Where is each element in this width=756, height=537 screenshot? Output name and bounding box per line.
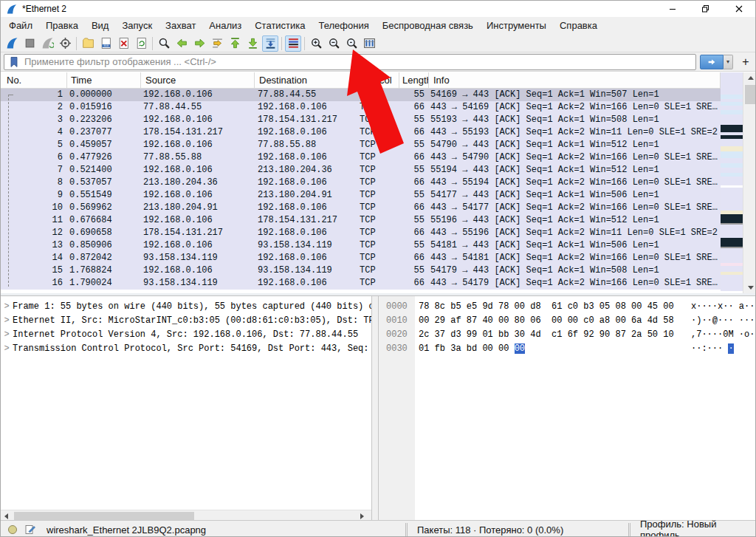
column-header-length[interactable]: Length — [399, 72, 429, 88]
expander-icon[interactable]: > — [1, 342, 13, 356]
packet-row[interactable]: 90.551549192.168.0.106213.180.204.91TCP5… — [1, 189, 756, 202]
minimize-button[interactable] — [656, 1, 689, 17]
packet-row[interactable]: 20.01591677.88.44.55192.168.0.106TCP6644… — [1, 101, 756, 114]
detail-line[interactable]: >Ethernet II, Src: MicroStarINT_c0:b3:05… — [1, 314, 371, 328]
open-file-button[interactable] — [80, 35, 96, 52]
close-file-icon — [117, 37, 130, 49]
scroll-right-arrow[interactable] — [357, 510, 368, 521]
zoom-in-button[interactable] — [308, 35, 324, 52]
go-last-packet-button[interactable] — [244, 35, 261, 52]
menu-item[interactable]: Беспроводная связь — [376, 17, 480, 35]
close-file-button[interactable] — [115, 35, 131, 52]
column-header-time[interactable]: Time — [67, 72, 141, 88]
display-filter-field[interactable] — [4, 54, 696, 70]
scroll-thumb[interactable] — [745, 85, 756, 104]
packet-row[interactable]: 70.521400192.168.0.106213.180.204.36TCP5… — [1, 164, 756, 177]
detail-line[interactable]: >Transmission Control Protocol, Src Port… — [1, 342, 371, 356]
column-header-destination[interactable]: Destination — [255, 72, 354, 88]
vertical-splitter[interactable] — [373, 296, 378, 521]
packet-minimap[interactable] — [721, 72, 743, 293]
packet-cell-len: 66 — [399, 126, 429, 139]
menu-item[interactable]: Файл — [2, 17, 39, 35]
menu-item[interactable]: Анализ — [202, 17, 248, 35]
packet-cell-info: 54181 → 443 [ACK] Seq=1 Ack=1 Win=506 Le… — [429, 239, 721, 252]
menu-item[interactable]: Вид — [85, 17, 116, 35]
display-filter-input[interactable] — [24, 55, 695, 69]
filter-dropdown-caret[interactable]: ▾ — [724, 55, 733, 69]
restore-button[interactable] — [689, 1, 722, 17]
packet-row[interactable]: 50.459057192.168.0.10677.88.55.88TCP5554… — [1, 139, 756, 151]
profile-status[interactable]: Профиль: Новый профиль — [640, 521, 756, 537]
column-header-no[interactable]: No. — [1, 72, 67, 88]
packet-row[interactable]: 161.79002493.158.134.119192.168.0.106TCP… — [1, 277, 756, 290]
packet-row[interactable]: 130.850906192.168.0.10693.158.134.119TCP… — [1, 239, 756, 252]
column-header-source[interactable]: Source — [141, 72, 255, 88]
resize-columns-button[interactable] — [361, 35, 377, 52]
menu-item[interactable]: Телефония — [312, 17, 376, 35]
packet-cell-no: 14 — [1, 252, 67, 264]
apply-filter-button[interactable] — [700, 55, 724, 69]
expander-icon[interactable]: > — [1, 300, 13, 314]
restart-capture-button[interactable] — [39, 35, 55, 52]
h-scroll-thumb[interactable] — [14, 512, 194, 520]
packet-row[interactable]: 120.690658178.154.131.217192.168.0.106TC… — [1, 227, 756, 239]
packet-row[interactable]: 140.87204293.158.134.119192.168.0.106TCP… — [1, 252, 756, 264]
add-filter-button[interactable]: + — [739, 55, 752, 69]
detail-line[interactable]: >Internet Protocol Version 4, Src: 192.1… — [1, 328, 371, 342]
column-header-protocol[interactable]: Protocol — [354, 72, 399, 88]
colorize-packets-button[interactable] — [285, 35, 301, 52]
menu-item[interactable]: Запуск — [115, 17, 159, 35]
packet-cell-info: 443 → 55194 [ACK] Seq=1 Ack=2 Win=166 Le… — [429, 177, 721, 189]
packet-row[interactable]: 40.237077178.154.131.217192.168.0.106TCP… — [1, 126, 756, 139]
menu-item[interactable]: Захват — [159, 17, 202, 35]
scroll-up-arrow[interactable] — [743, 72, 756, 83]
go-forward-button[interactable] — [191, 35, 207, 52]
stop-capture-button[interactable] — [21, 35, 38, 52]
expert-info-button[interactable] — [7, 521, 18, 537]
auto-scroll-button[interactable] — [262, 35, 278, 52]
hex-row[interactable]: 00202c 37 d3 99 01 bb 30 4d c1 6f 92 90 … — [379, 328, 756, 342]
packet-row[interactable]: 110.676684192.168.0.106178.154.131.217TC… — [1, 214, 756, 227]
packet-row[interactable]: 151.768824192.168.0.10693.158.134.119TCP… — [1, 264, 756, 277]
go-back-button[interactable] — [173, 35, 190, 52]
hex-row[interactable]: 001000 29 af 87 40 00 80 06 00 00 c0 a8 … — [379, 314, 756, 328]
scroll-left-arrow[interactable] — [1, 510, 12, 521]
menu-item[interactable]: Статистика — [248, 17, 312, 35]
zoom-out-button[interactable] — [326, 35, 342, 52]
find-packet-button[interactable] — [156, 35, 172, 52]
bookmark-icon[interactable] — [9, 56, 19, 68]
menu-item[interactable]: Справка — [553, 17, 604, 35]
packet-cell-dst: 178.154.131.217 — [255, 114, 354, 126]
packet-row[interactable]: 100.569962213.180.204.91192.168.0.106TCP… — [1, 202, 756, 214]
packet-cell-info: 443 → 55193 [ACK] Seq=1 Ack=2 Win=11 Len… — [429, 126, 721, 139]
capture-comment-button[interactable] — [24, 521, 36, 537]
ascii-selected-char[interactable]: · — [728, 343, 733, 354]
packet-cell-src: 213.180.204.36 — [141, 177, 255, 189]
close-button[interactable] — [722, 1, 755, 17]
expander-icon[interactable]: > — [1, 328, 13, 342]
save-file-button[interactable]: 010 — [97, 35, 114, 52]
go-first-packet-button[interactable] — [227, 35, 243, 52]
detail-line[interactable]: >Frame 1: 55 bytes on wire (440 bits), 5… — [1, 300, 371, 314]
packet-row[interactable]: 80.537057213.180.204.36192.168.0.106TCP6… — [1, 177, 756, 189]
menu-item[interactable]: Инструменты — [480, 17, 553, 35]
packet-row[interactable]: 60.47792677.88.55.88192.168.0.106TCP6644… — [1, 151, 756, 164]
packet-cell-proto: TCP — [354, 139, 399, 151]
packet-row[interactable]: 10.000000192.168.0.10677.88.44.55TCP5554… — [1, 89, 756, 101]
hex-row[interactable]: 000078 8c b5 e5 9d 78 00 d8 61 c0 b3 05 … — [379, 300, 756, 314]
column-header-info[interactable]: Info — [429, 72, 721, 88]
expander-icon[interactable]: > — [1, 314, 13, 328]
hex-row[interactable]: 003001 fb 3a bd 00 00 00··:··· · — [379, 342, 756, 356]
zoom-normal-button[interactable] — [343, 35, 360, 52]
packet-row[interactable]: 30.223206192.168.0.106178.154.131.217TCP… — [1, 114, 756, 126]
start-capture-button[interactable] — [4, 35, 20, 52]
reload-file-button[interactable] — [133, 35, 149, 52]
packet-list-scrollbar[interactable] — [743, 72, 756, 293]
details-h-scrollbar[interactable] — [1, 510, 372, 521]
hex-selected-byte[interactable]: 00 — [515, 343, 525, 354]
go-to-packet-button[interactable] — [209, 35, 225, 52]
menu-item[interactable]: Правка — [39, 17, 85, 35]
scroll-down-arrow[interactable] — [743, 282, 756, 293]
capture-options-button[interactable] — [57, 35, 73, 52]
svg-text:010: 010 — [103, 44, 109, 47]
